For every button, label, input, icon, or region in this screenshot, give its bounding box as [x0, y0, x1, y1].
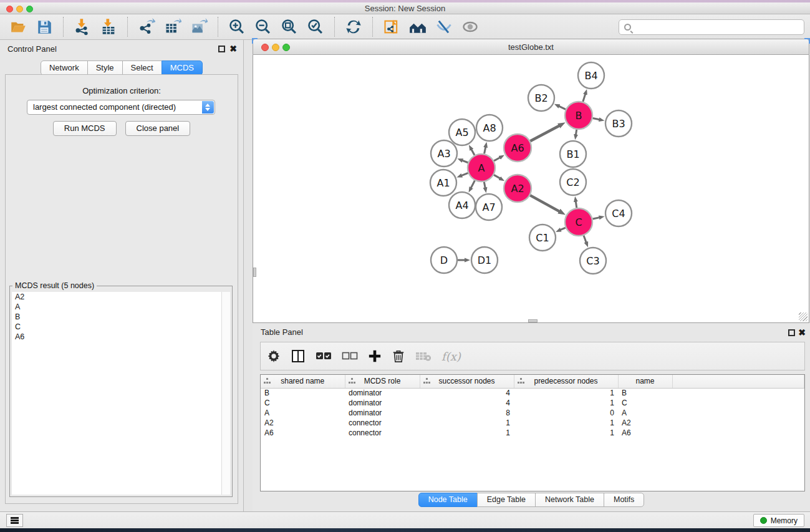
edge-A-A8[interactable] — [485, 147, 486, 153]
mcds-result-item[interactable]: A2 — [12, 292, 221, 302]
zoom-in-icon[interactable] — [226, 17, 248, 37]
edge-B-B4[interactable] — [583, 94, 586, 102]
mcds-result-item[interactable]: A6 — [12, 332, 221, 342]
mcds-result-scrollbar[interactable] — [221, 292, 230, 495]
network-window-titlebar[interactable]: testGlobe.txt — [253, 39, 809, 55]
task-history-button[interactable] — [6, 514, 23, 527]
graph-node-B3[interactable]: B3 — [605, 110, 632, 137]
graph-node-B1[interactable]: B1 — [560, 141, 586, 167]
cell-MCDS-role[interactable]: dominator — [345, 408, 420, 418]
graph-node-A1[interactable]: A1 — [430, 170, 456, 196]
zoom-out-icon[interactable] — [253, 17, 274, 37]
edge-A-A3[interactable] — [462, 160, 468, 163]
graph-node-B4[interactable]: B4 — [578, 62, 604, 89]
cell-name[interactable]: B — [618, 388, 672, 398]
edge-B-B3[interactable] — [593, 118, 600, 120]
export-image-icon[interactable] — [188, 17, 210, 37]
tab-select[interactable]: Select — [122, 60, 162, 75]
cell-successor-nodes[interactable]: 4 — [420, 388, 514, 398]
table-row[interactable]: A2connector11A2 — [261, 418, 804, 428]
node-table[interactable]: shared nameMCDS rolesuccessor nodesprede… — [260, 374, 805, 491]
graph-node-A8[interactable]: A8 — [476, 115, 503, 141]
edge-C-C4[interactable] — [592, 218, 599, 219]
graph-node-A4[interactable]: A4 — [449, 192, 475, 218]
tab-style[interactable]: Style — [87, 60, 123, 75]
graph-node-A6[interactable]: A6 — [504, 134, 531, 162]
float-panel-icon[interactable] — [218, 46, 225, 52]
table-row[interactable]: A6connector11A6 — [261, 428, 804, 438]
tab-network-table[interactable]: Network Table — [535, 493, 604, 507]
delete-column-icon[interactable] — [392, 347, 405, 365]
network-graph[interactable]: AA1A3A5A8A6A4A7A2BB2B4B3B1CC2C4C1C3DD1 — [253, 55, 809, 322]
edge-A-A4[interactable] — [471, 180, 475, 188]
edge-C-C3[interactable] — [584, 236, 586, 243]
cell-name[interactable]: C — [618, 398, 672, 408]
edge-A-A5[interactable] — [471, 149, 475, 155]
column-header-shared-name[interactable]: shared name — [261, 375, 345, 388]
table-row[interactable]: Adominator80A — [261, 408, 804, 418]
save-session-icon[interactable] — [34, 17, 55, 37]
column-header-predecessor-nodes[interactable]: predecessor nodes — [514, 375, 618, 388]
close-panel-button[interactable]: Close panel — [125, 121, 191, 136]
edge-A2-C[interactable] — [530, 195, 559, 211]
edge-B-B2[interactable] — [559, 106, 566, 109]
open-session-icon[interactable] — [7, 17, 29, 37]
edge-A-A2[interactable] — [494, 175, 500, 178]
cell-shared-name[interactable]: A — [261, 408, 345, 418]
import-network-icon[interactable] — [72, 17, 93, 37]
graph-node-A[interactable]: A — [468, 154, 495, 181]
graph-node-D[interactable]: D — [431, 247, 457, 273]
edge-C-C1[interactable] — [560, 228, 565, 230]
graph-node-A2[interactable]: A2 — [504, 175, 531, 202]
table-row[interactable]: Bdominator41B — [261, 388, 804, 398]
function-builder-icon[interactable]: f(x) — [441, 347, 461, 365]
select-all-icon[interactable] — [316, 347, 332, 365]
edge-A-A7[interactable] — [484, 182, 485, 188]
show-hide-columns-icon[interactable] — [291, 347, 306, 365]
edge-A-A6[interactable] — [494, 157, 500, 160]
graph-node-A3[interactable]: A3 — [431, 140, 457, 167]
edge-B-B1[interactable] — [576, 130, 576, 135]
tab-mcds[interactable]: MCDS — [162, 60, 203, 75]
cell-successor-nodes[interactable]: 8 — [420, 408, 514, 418]
column-header-name[interactable]: name — [618, 375, 672, 388]
refresh-view-icon[interactable] — [343, 17, 364, 37]
horizontal-scroll-indicator[interactable] — [528, 319, 538, 322]
cell-MCDS-role[interactable]: dominator — [345, 388, 420, 398]
mcds-result-item[interactable]: B — [12, 312, 221, 322]
float-table-panel-icon[interactable] — [788, 329, 795, 336]
mcds-result-item[interactable]: C — [12, 322, 221, 332]
cell-name[interactable]: A — [618, 408, 672, 418]
cell-successor-nodes[interactable]: 4 — [420, 398, 514, 408]
graph-node-A7[interactable]: A7 — [476, 194, 502, 220]
cell-predecessor-nodes[interactable]: 0 — [514, 408, 618, 418]
mcds-result-list[interactable]: A2ABCA6 — [12, 292, 221, 495]
cell-predecessor-nodes[interactable]: 1 — [514, 398, 618, 408]
memory-button[interactable]: Memory — [753, 514, 804, 527]
table-row[interactable]: Cdominator41C — [261, 398, 804, 408]
cell-shared-name[interactable]: A2 — [261, 418, 345, 428]
cell-MCDS-role[interactable]: connector — [345, 418, 420, 428]
cell-shared-name[interactable]: C — [261, 398, 345, 408]
cell-shared-name[interactable]: B — [261, 388, 345, 398]
graph-node-D1[interactable]: D1 — [471, 247, 498, 273]
column-header-MCDS-role[interactable]: MCDS role — [345, 375, 420, 388]
graph-node-B2[interactable]: B2 — [528, 85, 554, 111]
cell-shared-name[interactable]: A6 — [261, 428, 345, 438]
clear-table-icon[interactable] — [415, 347, 432, 365]
tab-network[interactable]: Network — [41, 60, 88, 75]
zoom-selected-icon[interactable] — [305, 17, 326, 37]
export-table-icon[interactable] — [162, 17, 183, 37]
criterion-dropdown[interactable]: largest connected component (directed) — [27, 100, 215, 115]
edge-A6-B[interactable] — [530, 125, 559, 141]
close-table-panel-icon[interactable]: ✖ — [798, 327, 806, 337]
tab-node-table[interactable]: Node Table — [418, 493, 478, 507]
deselect-all-icon[interactable] — [342, 347, 358, 365]
cell-successor-nodes[interactable]: 1 — [420, 418, 514, 428]
edge-A-A1[interactable] — [461, 173, 468, 175]
tab-motifs[interactable]: Motifs — [604, 493, 644, 507]
edge-C-C2[interactable] — [576, 201, 576, 208]
graph-node-C4[interactable]: C4 — [605, 200, 632, 226]
graph-node-A5[interactable]: A5 — [449, 119, 475, 145]
tab-edge-table[interactable]: Edge Table — [477, 493, 536, 507]
